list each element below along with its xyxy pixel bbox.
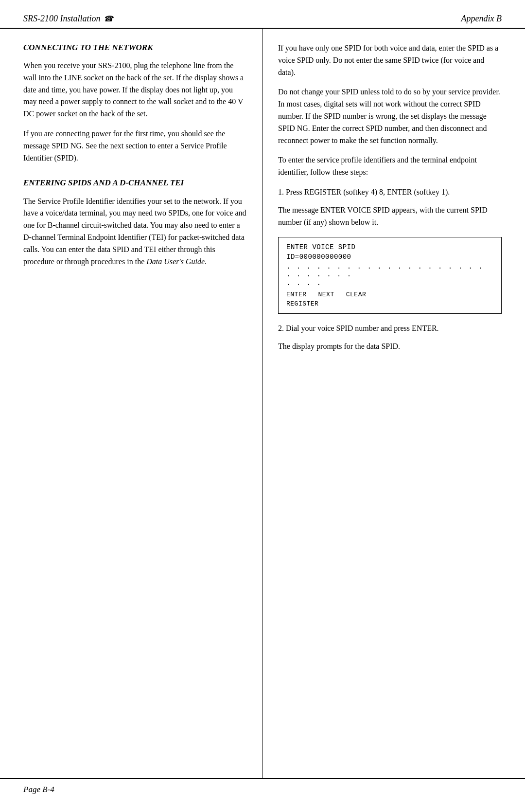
step2-text: 2. Dial your voice SPID number and press… [278,323,502,335]
display-line1: ENTER VOICE SPID [286,243,493,251]
page-header: SRS-2100 Installation ☎ Appendix B [0,0,525,29]
header-title: SRS-2100 Installation [23,14,101,24]
softkey-clear: CLEAR [346,291,367,298]
header-left: SRS-2100 Installation ☎ [23,14,113,24]
section-spids: ENTERING SPIDS AND A D-CHANNEL TEI The S… [23,178,246,268]
display-line2: ID=000000000000 [286,253,493,261]
spids-para1: The Service Profile Identifier identifie… [23,196,246,268]
display-dots-long: . . . . . . . . . . . . . . . . . . . . … [286,263,493,278]
connecting-para2: If you are connecting power for the firs… [23,128,246,164]
display-dots-short: . . . . [286,279,493,287]
softkey-enter: ENTER [286,291,307,298]
right-para2: Do not change your SPID unless told to d… [278,86,502,146]
right-para3: To enter the service profile identifiers… [278,154,502,179]
phone-icon: ☎ [104,14,113,23]
display-softkeys-row: ENTER NEXT CLEAR [286,291,493,298]
data-users-guide-ref: Data User's Guide [146,257,205,266]
display-register-key: REGISTER [286,300,493,307]
left-column: CONNECTING TO THE NETWORK When you recei… [0,29,262,778]
step1-followup: The message ENTER VOICE SPID appears, wi… [278,204,502,229]
right-column: If you have only one SPID for both voice… [262,29,525,778]
section-spids-title: ENTERING SPIDS AND A D-CHANNEL TEI [23,178,246,188]
display-box: ENTER VOICE SPID ID=000000000000 . . . .… [278,237,502,314]
main-content: CONNECTING TO THE NETWORK When you recei… [0,29,525,778]
page: SRS-2100 Installation ☎ Appendix B CONNE… [0,0,525,812]
step2-followup: The display prompts for the data SPID. [278,341,502,353]
section-connecting-title: CONNECTING TO THE NETWORK [23,42,246,53]
connecting-para1: When you receive your SRS-2100, plug the… [23,60,246,120]
softkey-next: NEXT [318,291,334,298]
header-appendix: Appendix B [461,14,502,24]
section-connecting: CONNECTING TO THE NETWORK When you recei… [23,42,246,164]
right-para1: If you have only one SPID for both voice… [278,42,502,78]
step1-text: 1. Press REGISTER (softkey 4) 8, ENTER (… [278,186,502,198]
page-footer: Page B-4 [0,778,525,800]
page-number: Page B-4 [23,785,54,794]
